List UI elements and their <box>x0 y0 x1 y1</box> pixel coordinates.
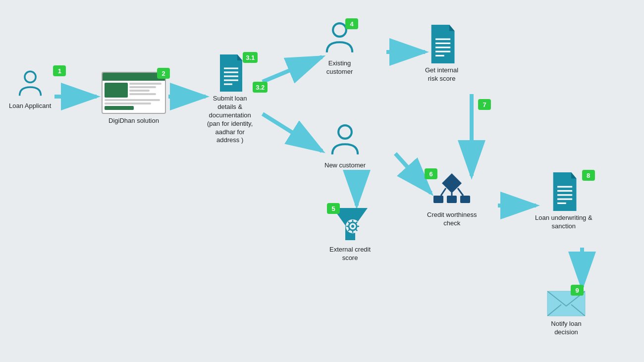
badge-3-2: 3.2 <box>253 82 268 93</box>
badge-7: 7 <box>478 99 491 110</box>
get-internal-risk-label: Get internalrisk score <box>425 66 458 83</box>
svg-marker-24 <box>449 25 454 31</box>
loan-applicant-icon <box>15 69 45 99</box>
digidhan-label: DigiDhan solution <box>108 117 159 125</box>
new-customer-label: New customer <box>324 161 366 170</box>
credit-worthiness-label: Credit worthinesscheck <box>427 211 477 228</box>
submit-loan-label: Submit loandetails &documentation(pan fo… <box>207 95 253 145</box>
badge-1: 1 <box>53 65 66 76</box>
get-internal-risk-node: Get internalrisk score <box>425 25 458 83</box>
credit-worthiness-node: Credit worthinesscheck 6 <box>427 171 477 228</box>
diagram: Loan Applicant 1 <box>0 0 644 362</box>
badge-6: 6 <box>425 168 437 179</box>
loan-underwriting-label: Loan underwriting &sanction <box>535 214 592 231</box>
badge-9: 9 <box>571 285 584 296</box>
badge-4: 4 <box>345 18 358 29</box>
svg-line-6 <box>263 114 322 151</box>
badge-3-1: 3.1 <box>243 52 258 63</box>
screenshot-bar <box>103 73 165 81</box>
get-internal-risk-icon <box>426 25 458 63</box>
digidhan-node: DigiDhan solution 2 <box>102 72 166 125</box>
svg-marker-15 <box>237 54 242 60</box>
notify-loan-label: Notify loandecision <box>551 320 581 337</box>
svg-line-43 <box>441 188 446 196</box>
svg-point-21 <box>333 23 346 37</box>
badge-8: 8 <box>582 170 595 181</box>
external-credit-label: External creditscore <box>329 246 371 262</box>
new-customer-icon <box>329 123 361 158</box>
document-icon <box>215 54 245 92</box>
svg-rect-47 <box>447 196 457 203</box>
notify-loan-node: Notify loandecision 9 <box>546 287 586 337</box>
existing-customer-label: Existingcustomer <box>326 59 353 76</box>
badge-5: 5 <box>327 203 340 214</box>
loan-underwriting-icon <box>547 172 580 211</box>
svg-point-13 <box>24 71 35 82</box>
svg-rect-46 <box>433 196 443 203</box>
loan-applicant-label: Loan Applicant <box>9 102 51 110</box>
digidhan-screenshot <box>102 72 166 114</box>
loan-underwriting-node: Loan underwriting &sanction 8 <box>535 172 592 231</box>
svg-line-44 <box>458 188 463 196</box>
loan-applicant-node: Loan Applicant 1 <box>9 69 51 110</box>
svg-line-5 <box>263 57 322 82</box>
new-customer-node: New customer <box>324 123 366 170</box>
svg-point-22 <box>338 125 352 139</box>
svg-point-33 <box>351 225 354 228</box>
badge-2: 2 <box>157 68 170 79</box>
svg-marker-50 <box>571 172 576 178</box>
svg-rect-48 <box>460 196 470 203</box>
screenshot-content <box>103 81 165 112</box>
submit-loan-node: Submit loandetails &documentation(pan fo… <box>207 54 253 145</box>
existing-customer-node: Existingcustomer 4 <box>323 21 356 76</box>
external-credit-node: External creditscore 5 <box>329 206 371 262</box>
